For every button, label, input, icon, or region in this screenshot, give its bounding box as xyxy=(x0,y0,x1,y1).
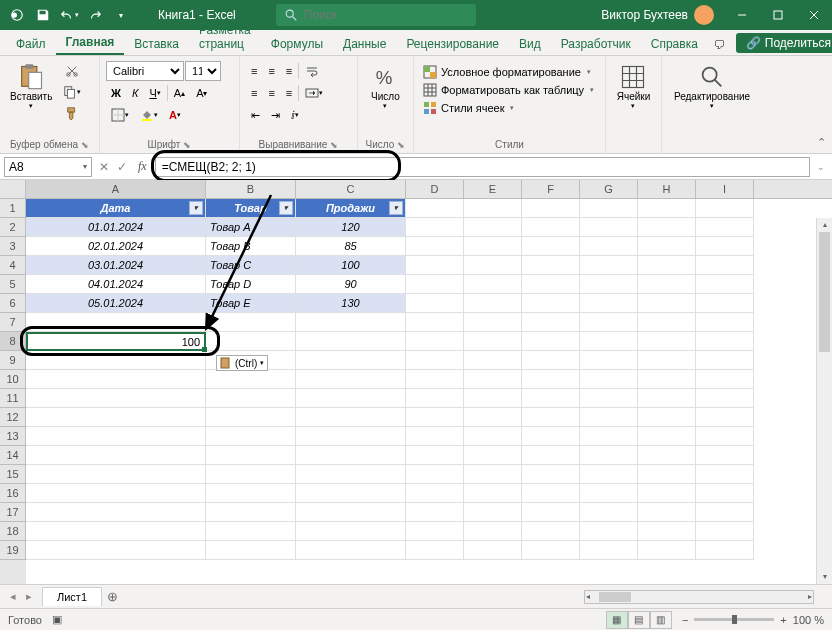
cell-A7[interactable] xyxy=(26,313,206,332)
editing-button[interactable]: Редактирование ▾ xyxy=(670,61,754,112)
col-header-I[interactable]: I xyxy=(696,180,754,198)
cell-D9[interactable] xyxy=(406,351,464,370)
italic-button[interactable]: К xyxy=(127,83,143,103)
cell-C17[interactable] xyxy=(296,503,406,522)
zoom-control[interactable]: − + 100 % xyxy=(682,614,824,626)
cell-I7[interactable] xyxy=(696,313,754,332)
cell-B16[interactable] xyxy=(206,484,296,503)
cell-I4[interactable] xyxy=(696,256,754,275)
cell-A14[interactable] xyxy=(26,446,206,465)
select-all-corner[interactable] xyxy=(0,180,26,198)
enter-formula-icon[interactable]: ✓ xyxy=(114,160,130,174)
cell-H3[interactable] xyxy=(638,237,696,256)
cell-G11[interactable] xyxy=(580,389,638,408)
row-header-6[interactable]: 6 xyxy=(0,294,26,313)
cell-G1[interactable] xyxy=(580,199,638,218)
comments-button[interactable]: 🗩 xyxy=(708,35,732,55)
wrap-text-button[interactable] xyxy=(300,61,324,81)
bold-button[interactable]: Ж xyxy=(106,83,126,103)
cell-B11[interactable] xyxy=(206,389,296,408)
cell-A10[interactable] xyxy=(26,370,206,389)
tab-data[interactable]: Данные xyxy=(333,33,396,55)
view-page-break-button[interactable]: ▥ xyxy=(650,611,672,629)
number-launcher-icon[interactable]: ⬊ xyxy=(397,140,405,150)
tab-page-layout[interactable]: Разметка страниц xyxy=(189,19,261,55)
scroll-down-icon[interactable]: ▾ xyxy=(817,570,832,584)
scroll-up-icon[interactable]: ▴ xyxy=(817,218,832,232)
cell-F7[interactable] xyxy=(522,313,580,332)
cell-B14[interactable] xyxy=(206,446,296,465)
cell-H18[interactable] xyxy=(638,522,696,541)
active-cell[interactable]: 100 xyxy=(26,332,206,351)
cell-I8[interactable] xyxy=(696,332,754,351)
cell-D18[interactable] xyxy=(406,522,464,541)
cell-D17[interactable] xyxy=(406,503,464,522)
cell-C19[interactable] xyxy=(296,541,406,560)
cell-F3[interactable] xyxy=(522,237,580,256)
cell-I3[interactable] xyxy=(696,237,754,256)
fx-icon[interactable]: fx xyxy=(134,159,151,174)
align-right-button[interactable]: ≡ xyxy=(281,83,297,103)
cell-B7[interactable] xyxy=(206,313,296,332)
cell-I15[interactable] xyxy=(696,465,754,484)
cell-E1[interactable] xyxy=(464,199,522,218)
tab-home[interactable]: Главная xyxy=(56,31,125,55)
col-header-D[interactable]: D xyxy=(406,180,464,198)
cell-G15[interactable] xyxy=(580,465,638,484)
cell-B10[interactable] xyxy=(206,370,296,389)
cell-D3[interactable] xyxy=(406,237,464,256)
row-header-10[interactable]: 10 xyxy=(0,370,26,389)
cell-B5[interactable]: Товар D xyxy=(206,275,296,294)
cell-H13[interactable] xyxy=(638,427,696,446)
zoom-in-icon[interactable]: + xyxy=(780,614,786,626)
sheet-nav-next-icon[interactable]: ▸ xyxy=(22,590,36,603)
row-header-2[interactable]: 2 xyxy=(0,218,26,237)
cell-E16[interactable] xyxy=(464,484,522,503)
cell-H15[interactable] xyxy=(638,465,696,484)
font-color-button[interactable]: A▾ xyxy=(164,105,186,125)
undo-icon[interactable]: ▾ xyxy=(56,2,82,28)
cell-H9[interactable] xyxy=(638,351,696,370)
col-header-B[interactable]: B xyxy=(206,180,296,198)
cell-G14[interactable] xyxy=(580,446,638,465)
cell-E4[interactable] xyxy=(464,256,522,275)
cell-E12[interactable] xyxy=(464,408,522,427)
cell-A2[interactable]: 01.01.2024 xyxy=(26,218,206,237)
close-icon[interactable] xyxy=(796,0,832,30)
col-header-G[interactable]: G xyxy=(580,180,638,198)
cell-D13[interactable] xyxy=(406,427,464,446)
cells-area[interactable]: Дата▾Товар▾Продажи▾ 01.01.2024Товар A120… xyxy=(26,199,832,584)
cell-C11[interactable] xyxy=(296,389,406,408)
redo-icon[interactable] xyxy=(82,2,108,28)
merge-button[interactable]: ▾ xyxy=(300,83,328,103)
cell-A17[interactable] xyxy=(26,503,206,522)
macro-record-icon[interactable]: ▣ xyxy=(52,613,62,626)
cell-A1[interactable]: Дата▾ xyxy=(26,199,206,218)
cell-C2[interactable]: 120 xyxy=(296,218,406,237)
cell-F4[interactable] xyxy=(522,256,580,275)
row-header-15[interactable]: 15 xyxy=(0,465,26,484)
cancel-formula-icon[interactable]: ✕ xyxy=(96,160,112,174)
cell-I13[interactable] xyxy=(696,427,754,446)
cell-D11[interactable] xyxy=(406,389,464,408)
cell-E15[interactable] xyxy=(464,465,522,484)
name-box[interactable]: A8▾ xyxy=(4,157,92,177)
cell-D1[interactable] xyxy=(406,199,464,218)
formula-input[interactable]: =СМЕЩ(B2; 2; 1) xyxy=(155,157,810,177)
cell-A9[interactable] xyxy=(26,351,206,370)
horizontal-scrollbar[interactable]: ◂ ▸ xyxy=(584,590,814,604)
cell-G12[interactable] xyxy=(580,408,638,427)
cell-G16[interactable] xyxy=(580,484,638,503)
cell-D7[interactable] xyxy=(406,313,464,332)
align-left-button[interactable]: ≡ xyxy=(246,83,262,103)
cells-button[interactable]: Ячейки ▾ xyxy=(613,61,655,112)
clipboard-launcher-icon[interactable]: ⬊ xyxy=(81,140,89,150)
cell-I11[interactable] xyxy=(696,389,754,408)
fill-handle[interactable] xyxy=(202,347,207,352)
sheet-tab[interactable]: Лист1 xyxy=(42,587,102,606)
qat-customize-icon[interactable]: ▾ xyxy=(108,2,134,28)
vertical-scrollbar[interactable]: ▴ ▾ xyxy=(816,218,832,584)
alignment-launcher-icon[interactable]: ⬊ xyxy=(330,140,338,150)
cell-I6[interactable] xyxy=(696,294,754,313)
cell-I14[interactable] xyxy=(696,446,754,465)
